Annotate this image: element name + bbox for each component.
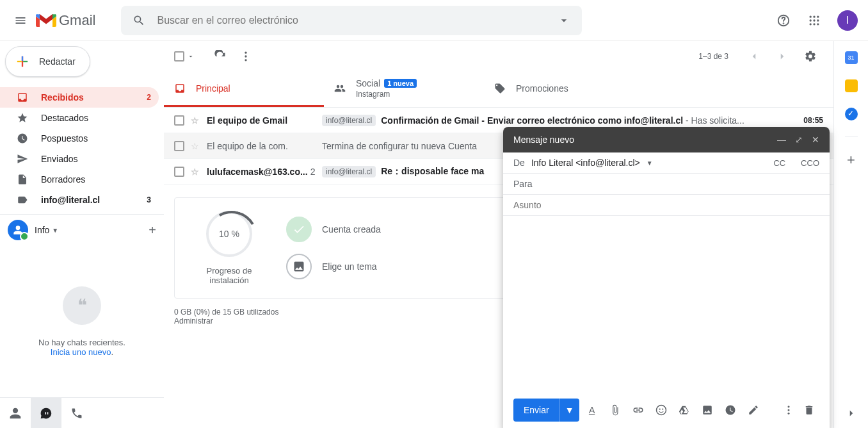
refresh-icon[interactable]: [207, 44, 233, 69]
to-input[interactable]: [539, 179, 819, 189]
keep-addon-icon[interactable]: [845, 79, 858, 92]
header: Gmail I: [0, 0, 868, 41]
compose-subject-field[interactable]: [503, 195, 830, 216]
emoji-icon[interactable]: [651, 399, 671, 422]
svg-point-13: [245, 59, 246, 61]
page-next-icon[interactable]: [769, 44, 795, 69]
page-prev-icon[interactable]: [741, 44, 767, 69]
side-panel: 31 +: [833, 41, 868, 428]
social-badge: 1 nueva: [384, 79, 417, 88]
setup-step-account[interactable]: Cuenta creada: [286, 217, 535, 242]
start-chat-link[interactable]: Inicia uno nuevo: [51, 347, 111, 357]
collapse-panel-icon[interactable]: [846, 407, 857, 419]
svg-point-7: [817, 19, 819, 21]
minimize-icon[interactable]: —: [777, 135, 786, 145]
formatting-icon[interactable]: A: [582, 399, 602, 422]
svg-point-16: [662, 408, 663, 409]
manage-storage-link[interactable]: Administrar: [174, 317, 213, 325]
calendar-addon-icon[interactable]: 31: [845, 51, 858, 64]
nav-snoozed[interactable]: Pospuestos: [0, 128, 159, 149]
inbox-icon: [17, 92, 29, 103]
send-icon: [17, 153, 29, 165]
product-name: Gmail: [59, 12, 95, 29]
attach-icon[interactable]: [605, 399, 625, 422]
get-addons-icon[interactable]: +: [847, 152, 855, 169]
compose-body[interactable]: [513, 224, 819, 384]
account-avatar[interactable]: I: [837, 10, 858, 31]
more-options-icon[interactable]: [778, 399, 799, 422]
hangouts-avatar[interactable]: [8, 220, 28, 240]
tasks-addon-icon[interactable]: [845, 108, 858, 120]
svg-point-6: [813, 19, 815, 21]
chevron-down-icon[interactable]: ▼: [647, 160, 653, 167]
compose-to-field[interactable]: Para: [503, 174, 830, 195]
star-icon: [17, 112, 29, 124]
chevron-down-icon[interactable]: ▼: [52, 227, 58, 234]
svg-point-15: [659, 408, 660, 409]
fullscreen-icon[interactable]: ⤢: [795, 135, 803, 145]
send-options-icon[interactable]: ▼: [559, 399, 579, 422]
select-all-checkbox[interactable]: [174, 51, 184, 62]
close-icon[interactable]: ✕: [812, 135, 819, 145]
setup-step-theme[interactable]: Elige un tema: [286, 254, 535, 279]
svg-point-18: [788, 409, 790, 411]
row-checkbox[interactable]: [174, 141, 184, 151]
hangouts-contacts-icon[interactable]: [0, 398, 31, 429]
tab-social[interactable]: Social1 nueva Instagram: [324, 72, 484, 107]
nav-label-account[interactable]: info@literal.cl 3: [0, 190, 159, 210]
apps-icon[interactable]: [801, 8, 827, 33]
hangouts-new-icon[interactable]: +: [149, 223, 156, 238]
link-icon[interactable]: [628, 399, 648, 422]
nav-starred[interactable]: Destacados: [0, 108, 159, 128]
confidential-icon[interactable]: [720, 399, 741, 422]
nav-sent[interactable]: Enviados: [0, 149, 159, 169]
star-icon[interactable]: ☆: [191, 167, 199, 177]
compose-from-field[interactable]: De Info Literal <info@literal.cl> ▼ CC C…: [503, 152, 830, 174]
svg-point-10: [817, 23, 819, 25]
hangouts-phone-icon[interactable]: [61, 398, 92, 429]
svg-point-12: [245, 55, 246, 57]
settings-icon[interactable]: [798, 44, 823, 69]
category-tabs: Principal Social1 nueva Instagram Promoc…: [164, 72, 833, 108]
search-icon[interactable]: [126, 8, 152, 33]
check-icon: [286, 217, 312, 242]
nav-drafts[interactable]: Borradores: [0, 169, 159, 190]
tab-primary[interactable]: Principal: [164, 72, 324, 107]
row-checkbox[interactable]: [174, 167, 184, 177]
support-icon[interactable]: [771, 8, 796, 33]
file-icon: [17, 174, 29, 185]
star-icon[interactable]: ☆: [191, 141, 199, 151]
subject-input[interactable]: [513, 200, 819, 210]
search-input[interactable]: [152, 15, 551, 26]
hangouts-header[interactable]: Info ▼ +: [0, 215, 164, 245]
main-menu-button[interactable]: [5, 5, 36, 36]
svg-point-17: [788, 406, 790, 407]
tab-promotions[interactable]: Promociones: [484, 72, 644, 107]
svg-point-4: [817, 15, 819, 17]
row-checkbox[interactable]: [174, 115, 184, 126]
hangouts-chat-icon[interactable]: [31, 398, 61, 429]
star-icon[interactable]: ☆: [191, 115, 199, 126]
no-chats-text: No hay chats recientes.: [38, 338, 125, 347]
svg-point-19: [788, 413, 790, 415]
nav-inbox[interactable]: Recibidos 2: [0, 87, 159, 108]
people-icon: [334, 83, 346, 94]
search-options-icon[interactable]: [551, 8, 577, 33]
drive-icon[interactable]: [674, 399, 695, 422]
more-icon[interactable]: [233, 44, 259, 69]
signature-icon[interactable]: [743, 399, 764, 422]
send-button[interactable]: Enviar ▼: [513, 399, 579, 422]
compose-header[interactable]: Mensaje nuevo — ⤢ ✕: [503, 127, 830, 152]
compose-label: Redactar: [39, 56, 76, 67]
discard-icon[interactable]: [799, 399, 819, 422]
label-chip[interactable]: info@literal.cl: [322, 166, 376, 177]
label-chip[interactable]: info@literal.cl: [322, 115, 376, 126]
bcc-link[interactable]: CCO: [801, 158, 819, 168]
svg-point-14: [656, 406, 666, 415]
cc-link[interactable]: CC: [773, 158, 785, 168]
gmail-logo[interactable]: Gmail: [36, 12, 115, 29]
insert-image-icon[interactable]: [697, 399, 718, 422]
search-bar[interactable]: [121, 6, 582, 35]
compose-button[interactable]: Redactar: [5, 46, 90, 77]
select-dropdown-icon[interactable]: [187, 53, 195, 60]
